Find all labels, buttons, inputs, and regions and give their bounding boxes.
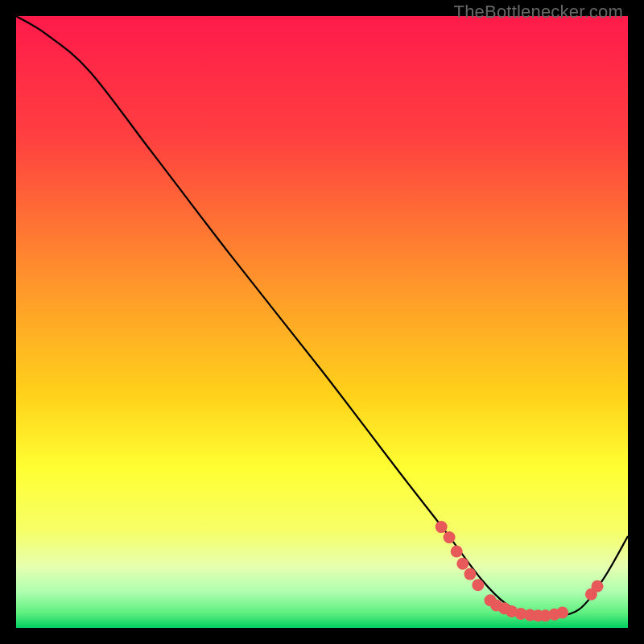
scatter-point [444, 531, 456, 543]
scatter-point [472, 579, 484, 591]
scatter-point [592, 580, 604, 592]
chart-frame [16, 16, 628, 628]
watermark-text: TheBottlenecker.com [454, 2, 623, 23]
scatter-point [456, 558, 469, 570]
gradient-background [16, 16, 628, 628]
scatter-point [556, 607, 568, 619]
scatter-point [464, 568, 476, 580]
scatter-point [451, 546, 463, 558]
bottleneck-chart [16, 16, 628, 628]
scatter-point [436, 521, 448, 533]
